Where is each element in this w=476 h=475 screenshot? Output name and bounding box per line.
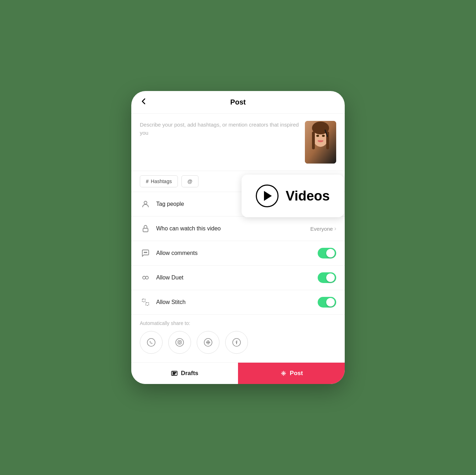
who-can-watch-row[interactable]: Who can watch this video Everyone › xyxy=(131,217,345,241)
back-button[interactable] xyxy=(140,97,148,107)
header: Post xyxy=(131,91,345,114)
whatsapp-button[interactable] xyxy=(140,331,163,354)
svg-point-19 xyxy=(176,338,184,346)
allow-comments-toggle[interactable] xyxy=(318,248,336,258)
allow-duet-label: Allow Duet xyxy=(156,274,318,281)
svg-point-6 xyxy=(322,135,325,137)
who-can-watch-chevron: › xyxy=(334,225,336,232)
who-can-watch-value: Everyone › xyxy=(310,225,336,232)
drafts-button[interactable]: Drafts xyxy=(131,363,238,384)
play-icon xyxy=(256,185,279,207)
svg-rect-30 xyxy=(173,372,176,373)
svg-point-18 xyxy=(147,338,155,346)
description-input[interactable]: Describe your post, add hashtags, or men… xyxy=(140,121,299,137)
hashtag-symbol: # xyxy=(146,178,149,184)
allow-stitch-row[interactable]: Allow Stitch xyxy=(131,290,345,315)
share-section: Automatically share to: xyxy=(131,315,345,359)
comment-icon xyxy=(140,247,151,259)
svg-point-21 xyxy=(179,342,181,343)
svg-point-14 xyxy=(143,276,146,279)
svg-point-12 xyxy=(145,252,146,253)
post-label: Post xyxy=(290,370,303,377)
videos-overlay: Videos xyxy=(242,175,344,217)
thumbnail-image xyxy=(305,121,336,164)
allow-comments-row[interactable]: Allow comments xyxy=(131,241,345,266)
person-icon xyxy=(140,198,151,210)
svg-rect-31 xyxy=(173,374,175,374)
allow-comments-label: Allow comments xyxy=(156,250,318,256)
post-button[interactable]: Post xyxy=(238,363,345,384)
allow-stitch-toggle[interactable] xyxy=(318,297,336,308)
svg-point-13 xyxy=(146,252,147,253)
svg-rect-17 xyxy=(146,303,149,305)
videos-overlay-text: Videos xyxy=(286,188,330,204)
duet-icon xyxy=(140,272,151,283)
share-icons-row xyxy=(140,331,336,354)
stitch-icon xyxy=(140,297,151,308)
svg-point-9 xyxy=(144,201,147,204)
svg-point-11 xyxy=(144,252,145,253)
video-thumbnail xyxy=(305,121,336,164)
svg-rect-16 xyxy=(142,299,145,302)
allow-duet-toggle[interactable] xyxy=(318,272,336,283)
hashtags-button[interactable]: # Hashtags xyxy=(140,175,178,187)
svg-point-15 xyxy=(146,276,148,279)
facebook-button[interactable] xyxy=(225,331,248,354)
svg-point-22 xyxy=(181,341,181,341)
share-label: Automatically share to: xyxy=(140,320,336,326)
play-triangle xyxy=(264,191,272,201)
svg-rect-28 xyxy=(171,371,177,375)
mention-symbol: @ xyxy=(187,178,192,184)
svg-point-5 xyxy=(316,135,319,137)
svg-rect-10 xyxy=(143,228,148,232)
page-title: Post xyxy=(230,98,245,106)
phone-container: Post Describe your post, add hashtags, o… xyxy=(131,91,345,384)
who-can-watch-label: Who can watch this video xyxy=(156,225,310,232)
tiktok-now-button[interactable] xyxy=(197,331,220,354)
lock-icon xyxy=(140,223,151,234)
hashtag-label: Hashtags xyxy=(151,178,172,184)
mention-button[interactable]: @ xyxy=(181,175,199,187)
svg-point-7 xyxy=(318,140,323,142)
svg-rect-3 xyxy=(312,132,315,149)
bottom-bar: Drafts Post xyxy=(131,362,345,384)
instagram-button[interactable] xyxy=(168,331,191,354)
svg-point-32 xyxy=(283,373,284,374)
description-area: Describe your post, add hashtags, or men… xyxy=(131,114,345,171)
drafts-label: Drafts xyxy=(181,370,198,377)
allow-stitch-label: Allow Stitch xyxy=(156,299,318,305)
allow-duet-row[interactable]: Allow Duet xyxy=(131,266,345,290)
